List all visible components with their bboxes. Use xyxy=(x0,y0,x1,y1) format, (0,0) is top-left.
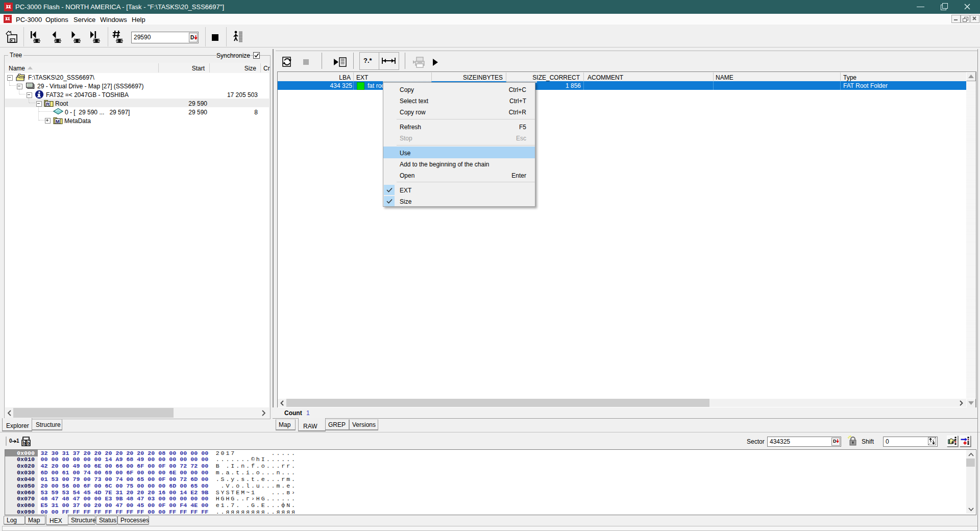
svg-text:M: M xyxy=(56,118,60,124)
svg-text:b: b xyxy=(23,441,26,446)
svg-text:b: b xyxy=(27,441,30,446)
svg-text:R: R xyxy=(46,101,50,107)
